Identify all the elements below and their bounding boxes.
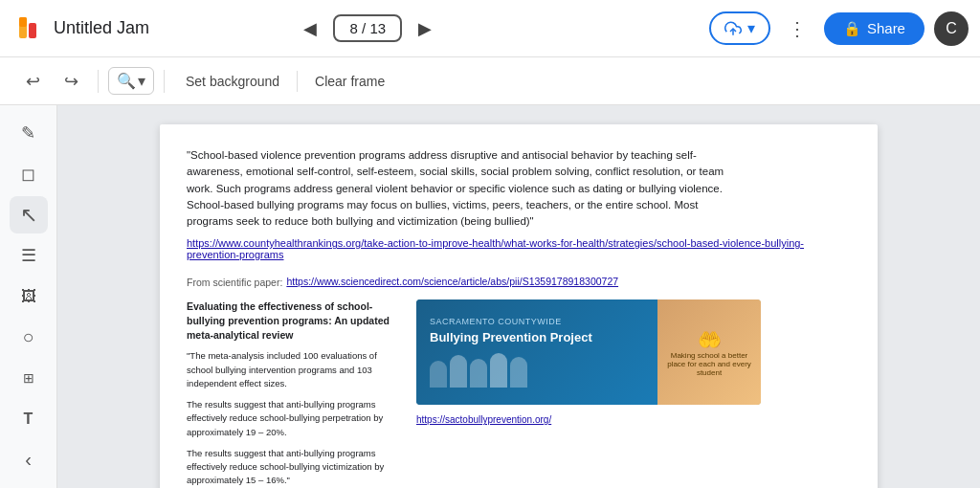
students-graphic [430, 353, 527, 388]
next-page-button[interactable]: ▶ [410, 13, 440, 44]
upload-button[interactable]: ▾ [709, 11, 770, 45]
county-label: Sacramento Countywide [430, 317, 562, 326]
sactobully-link[interactable]: https://sactobullyprevention.org/ [416, 414, 851, 425]
text-column: Evaluating the effectiveness of school-b… [187, 299, 397, 488]
result1-text: The results suggest that anti-bullying p… [187, 398, 397, 439]
select-tool[interactable]: ↖ [10, 196, 48, 233]
slide-container: "School-based violence prevention progra… [160, 124, 878, 488]
bullying-prevention-image: Sacramento Countywide Bullying Preventio… [416, 299, 761, 405]
transform-tool[interactable]: ⊞ [10, 360, 48, 397]
topbar: Untitled Jam ◀ 8 / 13 ▶ ▾ ⋮ 🔒 Share C [0, 0, 980, 57]
app-title: Untitled Jam [54, 18, 149, 38]
topbar-right: ▾ ⋮ 🔒 Share C [709, 11, 969, 46]
zoom-button[interactable]: 🔍 ▾ [108, 67, 154, 95]
study-title: Evaluating the effectiveness of school-b… [187, 299, 397, 342]
svg-rect-2 [19, 17, 27, 27]
avatar[interactable]: C [934, 11, 969, 46]
zoom-dropdown-arrow: ▾ [138, 72, 145, 90]
text-lines-tool[interactable]: ☰ [10, 237, 48, 275]
result2-text: The results suggest that anti-bullying p… [187, 447, 397, 488]
redo-button[interactable]: ↪ [54, 64, 88, 99]
tagline-text: Making school a better place for each an… [663, 351, 755, 377]
image-tool[interactable]: 🖼 [10, 278, 48, 316]
eraser-tool[interactable]: ◻ [10, 156, 48, 193]
left-sidebar: ✎ ◻ ↖ ☰ 🖼 ○ ⊞ T ‹ [0, 105, 57, 488]
zoom-icon: 🔍 [117, 72, 136, 90]
shape-tool[interactable]: ○ [10, 319, 48, 356]
image-left-section: Sacramento Countywide Bullying Preventio… [416, 299, 657, 405]
scientific-row: From scientific paper: https://www.scien… [187, 276, 851, 288]
share-label: Share [867, 20, 905, 36]
content-row: Evaluating the effectiveness of school-b… [187, 299, 851, 488]
toolbar-divider-3 [297, 71, 298, 92]
image-right-section: 🤲 Making school a better place for each … [657, 299, 761, 405]
upload-dropdown-arrow: ▾ [747, 19, 755, 37]
set-background-button[interactable]: Set background [174, 68, 291, 95]
page-indicator: 8 / 13 [333, 14, 402, 42]
toolbar-divider-1 [98, 70, 99, 93]
undo-button[interactable]: ↩ [15, 64, 50, 99]
prev-page-button[interactable]: ◀ [295, 13, 325, 44]
text-box-tool[interactable]: T [10, 401, 48, 438]
nav-center: ◀ 8 / 13 ▶ [295, 13, 440, 44]
quote-text: "School-based violence prevention progra… [187, 147, 742, 230]
pen-tool[interactable]: ✎ [10, 115, 48, 152]
share-button[interactable]: 🔒 Share [824, 12, 924, 45]
from-label: From scientific paper: [187, 277, 282, 288]
canvas-area: "School-based violence prevention progra… [57, 105, 980, 488]
more-options-button[interactable]: ⋮ [780, 11, 814, 46]
toolbar-divider-2 [164, 70, 165, 93]
meta-analysis-text: "The meta-analysis included 100 evaluati… [187, 349, 397, 390]
main-area: ✎ ◻ ↖ ☰ 🖼 ○ ⊞ T ‹ "School-based violence… [0, 105, 980, 488]
app-logo [11, 11, 46, 46]
svg-rect-1 [29, 23, 36, 38]
clear-frame-button[interactable]: Clear frame [303, 68, 396, 95]
quote-link[interactable]: https://www.countyhealthrankings.org/tak… [187, 237, 851, 260]
more-tool[interactable]: ‹ [10, 441, 48, 478]
image-column: Sacramento Countywide Bullying Preventio… [416, 299, 851, 488]
toolbar: ↩ ↪ 🔍 ▾ Set background Clear frame [0, 57, 980, 105]
lock-icon: 🔒 [843, 20, 861, 37]
project-title: Bullying Prevention Project [430, 330, 592, 345]
science-link[interactable]: https://www.sciencedirect.com/science/ar… [286, 276, 618, 287]
